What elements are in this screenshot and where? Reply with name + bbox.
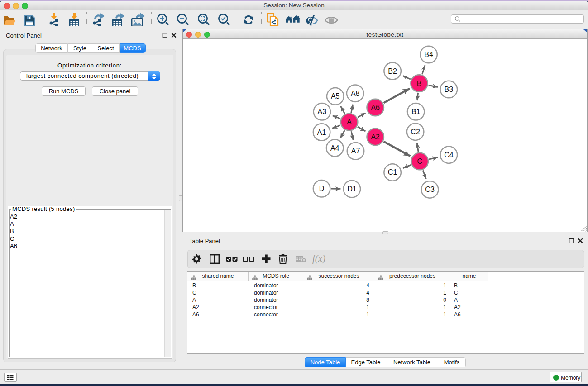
svg-text:D: D (319, 185, 325, 192)
svg-text:A5: A5 (331, 92, 340, 100)
svg-text:B4: B4 (424, 51, 433, 58)
svg-text:A4: A4 (330, 144, 339, 152)
svg-text:C1: C1 (388, 168, 397, 176)
svg-text:A2: A2 (371, 133, 380, 141)
svg-text:B: B (417, 80, 422, 87)
svg-text:C2: C2 (411, 128, 420, 136)
svg-text:C3: C3 (425, 186, 435, 193)
svg-text:C4: C4 (444, 151, 454, 159)
svg-text:A: A (347, 118, 352, 126)
svg-text:B3: B3 (445, 86, 454, 93)
svg-text:D1: D1 (347, 185, 357, 193)
svg-text:B2: B2 (388, 67, 397, 75)
svg-text:A8: A8 (351, 90, 360, 97)
svg-text:C: C (417, 157, 423, 165)
svg-text:A7: A7 (351, 147, 360, 155)
svg-text:A1: A1 (317, 129, 326, 136)
svg-text:B1: B1 (411, 108, 421, 115)
svg-text:A6: A6 (371, 104, 380, 111)
svg-text:A3: A3 (318, 108, 327, 115)
